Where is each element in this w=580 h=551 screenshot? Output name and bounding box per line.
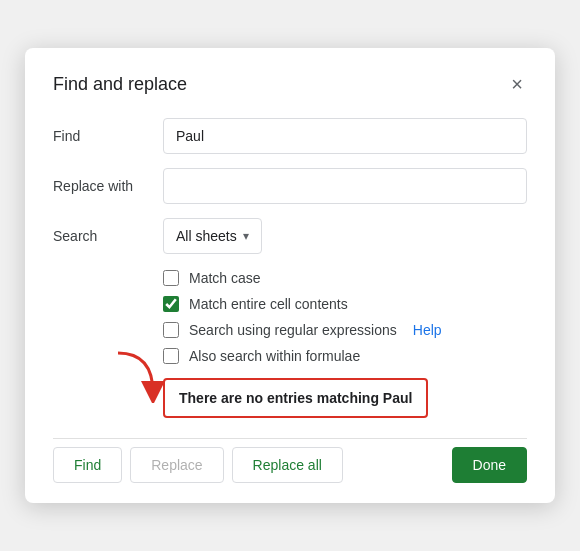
chevron-down-icon: ▾: [243, 229, 249, 243]
find-input[interactable]: [163, 118, 527, 154]
formulae-label: Also search within formulae: [189, 348, 360, 364]
footer: Find Replace Replace all Done: [53, 438, 527, 483]
close-button[interactable]: ×: [507, 72, 527, 96]
arrow-icon: [108, 348, 168, 403]
search-dropdown[interactable]: All sheets ▾: [163, 218, 262, 254]
search-row: Search All sheets ▾: [53, 218, 527, 254]
match-entire-checkbox[interactable]: [163, 296, 179, 312]
done-button[interactable]: Done: [452, 447, 527, 483]
no-match-message: There are no entries matching Paul: [163, 378, 428, 418]
option-match-entire: Match entire cell contents: [163, 296, 527, 312]
match-entire-label: Match entire cell contents: [189, 296, 348, 312]
replace-all-button[interactable]: Replace all: [232, 447, 343, 483]
option-formulae: Also search within formulae: [163, 348, 527, 364]
dropdown-label: All sheets: [176, 228, 237, 244]
regex-label: Search using regular expressions: [189, 322, 397, 338]
replace-input[interactable]: [163, 168, 527, 204]
replace-button[interactable]: Replace: [130, 447, 223, 483]
dialog-header: Find and replace ×: [53, 72, 527, 96]
match-case-label: Match case: [189, 270, 261, 286]
find-row: Find: [53, 118, 527, 154]
regex-checkbox[interactable]: [163, 322, 179, 338]
replace-label: Replace with: [53, 178, 163, 194]
match-case-checkbox[interactable]: [163, 270, 179, 286]
no-match-section: There are no entries matching Paul: [163, 378, 527, 418]
search-label: Search: [53, 228, 163, 244]
find-label: Find: [53, 128, 163, 144]
find-replace-dialog: Find and replace × Find Replace with Sea…: [25, 48, 555, 503]
option-regex: Search using regular expressions Help: [163, 322, 527, 338]
arrow-container: [108, 348, 168, 407]
find-button[interactable]: Find: [53, 447, 122, 483]
help-link[interactable]: Help: [413, 322, 442, 338]
option-match-case: Match case: [163, 270, 527, 286]
replace-row: Replace with: [53, 168, 527, 204]
dialog-title: Find and replace: [53, 74, 187, 95]
